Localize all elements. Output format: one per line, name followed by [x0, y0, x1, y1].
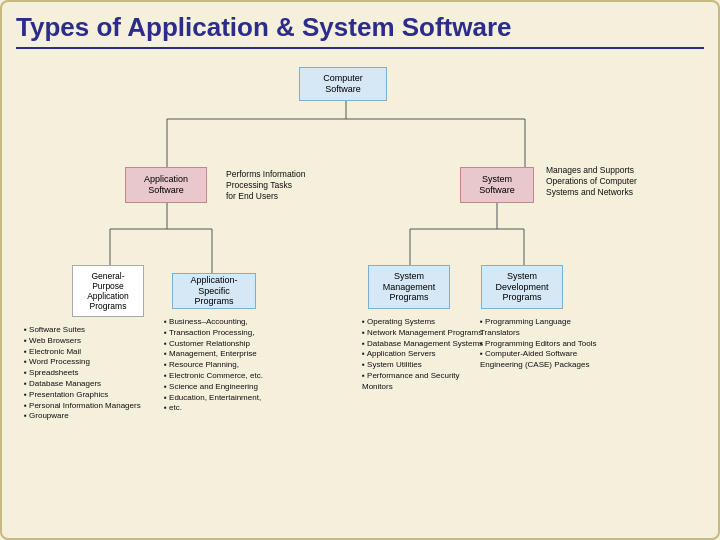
- annotation-app-software: Performs InformationProcessing Tasksfor …: [226, 169, 336, 202]
- node-system-software: SystemSoftware: [460, 167, 534, 203]
- page-title: Types of Application & System Software: [16, 12, 704, 49]
- node-system-dev: SystemDevelopmentPrograms: [481, 265, 563, 309]
- node-app-specific: Application-SpecificPrograms: [172, 273, 256, 309]
- node-system-mgmt: SystemManagementPrograms: [368, 265, 450, 309]
- annotation-sys-software: Manages and SupportsOperations of Comput…: [546, 165, 656, 198]
- diagram: ComputerSoftware ApplicationSoftware Sys…: [16, 57, 704, 527]
- list-general-purpose: Software Suites Web Browsers Electronic …: [24, 325, 152, 422]
- list-app-specific: Business–Accounting, Transaction Process…: [164, 317, 304, 414]
- node-general-purpose: General-PurposeApplicationPrograms: [72, 265, 144, 317]
- list-system-dev: Programming Language Translators Program…: [480, 317, 610, 371]
- node-computer-software: ComputerSoftware: [299, 67, 387, 101]
- slide: Types of Application & System Software C…: [0, 0, 720, 540]
- node-application-software: ApplicationSoftware: [125, 167, 207, 203]
- list-system-mgmt: Operating Systems Network Management Pro…: [362, 317, 487, 393]
